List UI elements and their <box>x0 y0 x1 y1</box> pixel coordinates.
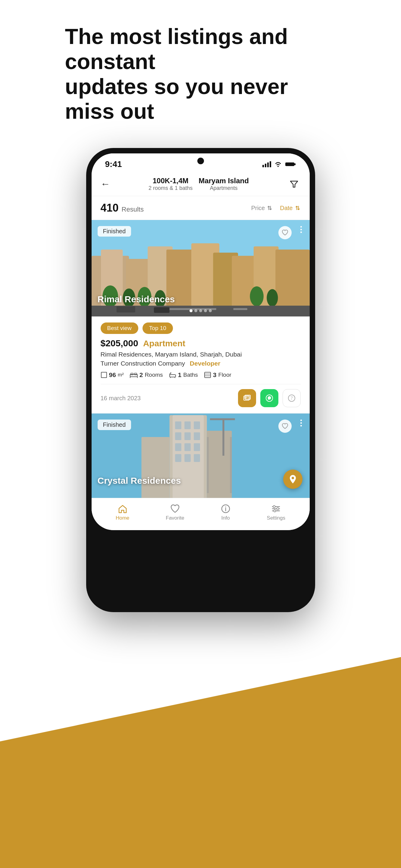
info-nav-icon <box>221 504 231 513</box>
sort-arrows-icon <box>267 205 273 211</box>
question-icon: ? <box>288 394 296 402</box>
header-location: Maryam Island <box>199 177 249 185</box>
listing-1-favorite-button[interactable] <box>278 226 292 239</box>
filter-button[interactable] <box>288 178 301 191</box>
phone-mockup: 9:41 <box>86 148 315 612</box>
floor-icon <box>204 372 211 378</box>
back-button[interactable]: ← <box>101 179 110 190</box>
headline: The most listings and constant updates s… <box>65 24 336 124</box>
battery-icon <box>285 161 296 167</box>
nav-info[interactable]: Info <box>221 504 231 521</box>
background-gold-shape <box>0 657 401 868</box>
svg-rect-23 <box>116 306 135 313</box>
listing-1-body: Best view Top 10 $205,000 Apartment Rima… <box>92 316 310 413</box>
settings-nav-icon <box>271 504 281 513</box>
contact-cards-icon <box>243 394 251 402</box>
whatsapp-button[interactable] <box>260 389 278 407</box>
listing-1-more-button[interactable] <box>296 226 306 233</box>
listing-2-title: Crystal Residences <box>98 475 181 486</box>
svg-point-75 <box>274 510 276 512</box>
sort-arrows-active-icon <box>295 205 301 211</box>
svg-rect-60 <box>207 431 232 498</box>
svg-rect-35 <box>205 372 210 378</box>
sort-price-button[interactable]: Price <box>251 205 273 212</box>
map-pin-button[interactable] <box>283 470 302 489</box>
svg-rect-51 <box>175 433 181 440</box>
listing-2-more-button[interactable] <box>296 420 306 427</box>
listing-1-developer: Turner Construction Company Developer <box>101 360 301 367</box>
listing-2-status-badge: Finished <box>98 420 131 430</box>
listing-1-title: Rimal Residences <box>98 294 175 304</box>
svg-point-74 <box>277 508 279 510</box>
results-number: 410 <box>101 202 119 214</box>
sort-date-button[interactable]: Date <box>280 205 300 212</box>
nav-home-label: Home <box>116 515 129 521</box>
more-info-button[interactable]: ? <box>282 389 301 407</box>
listing-card-2: Finished Crystal Residences <box>92 413 310 498</box>
svg-rect-2 <box>294 163 296 165</box>
nav-info-label: Info <box>221 515 230 521</box>
listing-1-footer: 16 march 2023 <box>101 384 301 407</box>
status-icons <box>262 161 296 167</box>
listing-1-image: Finished Rimal Residences <box>92 220 310 316</box>
listing-1-tags: Best view Top 10 <box>101 322 301 334</box>
bottom-nav: Home Favorite Info <box>92 498 310 530</box>
svg-point-73 <box>273 506 275 508</box>
spec-rooms: 2 Rooms <box>130 371 163 378</box>
svg-rect-54 <box>175 443 181 451</box>
svg-rect-57 <box>175 454 181 462</box>
sort-options: Price Date <box>251 205 301 212</box>
whatsapp-icon <box>265 394 273 402</box>
header-price-range: 100K-1,4M <box>148 177 193 185</box>
wifi-icon <box>274 161 282 167</box>
headline-line2: updates so you never miss out <box>65 74 288 124</box>
svg-line-34 <box>175 377 175 378</box>
svg-rect-50 <box>194 421 200 429</box>
spec-floor: 3 Floor <box>204 371 231 378</box>
contact-button[interactable] <box>238 389 256 407</box>
nav-favorite-label: Favorite <box>166 515 184 521</box>
svg-rect-1 <box>285 162 294 166</box>
phone-screen: 9:41 <box>92 153 310 530</box>
svg-rect-65 <box>230 437 232 493</box>
svg-point-19 <box>250 286 264 306</box>
tag-top-10: Top 10 <box>142 322 173 334</box>
header-price-block: 100K-1,4M 2 rooms & 1 baths <box>148 177 193 191</box>
svg-rect-26 <box>101 372 107 378</box>
nav-settings[interactable]: Settings <box>267 504 285 521</box>
svg-rect-24 <box>154 307 169 313</box>
nav-home[interactable]: Home <box>116 504 129 521</box>
svg-rect-55 <box>185 443 191 451</box>
listing-2-favorite-button[interactable] <box>278 420 292 433</box>
dot-3 <box>199 309 202 312</box>
heart-nav-icon <box>170 504 180 513</box>
results-bar: 410 Results Price Date <box>92 196 310 220</box>
svg-rect-52 <box>185 433 191 440</box>
header-rooms-baths: 2 rooms & 1 baths <box>148 185 193 191</box>
listings-scroll[interactable]: Finished Rimal Residences <box>92 220 310 498</box>
heart-icon-2 <box>282 423 288 429</box>
bath-icon <box>169 372 176 378</box>
dot-1 <box>190 309 193 312</box>
svg-rect-27 <box>130 374 137 377</box>
listing-1-type: Apartment <box>143 339 185 348</box>
svg-rect-59 <box>194 454 200 462</box>
svg-rect-25 <box>216 306 233 313</box>
bed-icon <box>130 372 138 378</box>
listing-2-image: Finished Crystal Residences <box>92 413 310 498</box>
nav-settings-label: Settings <box>267 515 285 521</box>
dot-4 <box>204 309 207 312</box>
svg-text:?: ? <box>291 396 293 401</box>
header-location-block: Maryam Island Apartments <box>199 177 249 191</box>
nav-favorite[interactable]: Favorite <box>166 504 184 521</box>
svg-point-20 <box>267 289 278 307</box>
dot-2 <box>194 309 197 312</box>
svg-marker-3 <box>291 181 298 187</box>
svg-point-0 <box>277 166 279 167</box>
spec-baths: 1 Baths <box>169 371 198 378</box>
filter-icon <box>290 180 299 189</box>
svg-point-69 <box>225 507 226 507</box>
listing-1-actions: ? <box>238 389 301 407</box>
svg-rect-53 <box>194 433 200 440</box>
svg-rect-61 <box>141 437 169 498</box>
